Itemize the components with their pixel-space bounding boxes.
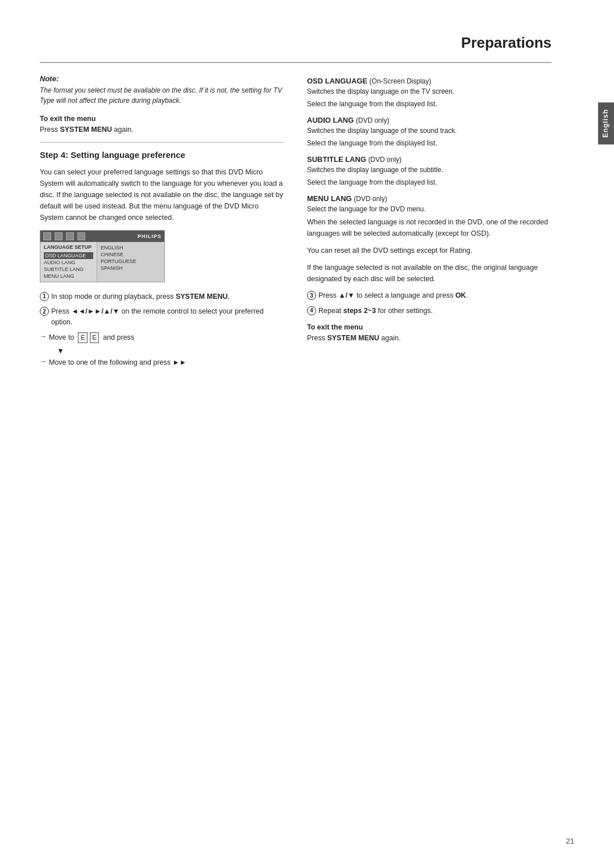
icon-E2: E [90, 332, 99, 343]
menu-item-osd: OSD LANGUAGE [44, 252, 93, 259]
osd-language-heading: OSD LANGUAGE (On-Screen Display) [307, 77, 551, 85]
step2-bold: ◄◄/►►/▲/▼ [71, 307, 119, 315]
move-to2-content: Move to one of the following and press ►… [49, 357, 186, 368]
step3-circle: 3 [307, 291, 316, 300]
step2-circle: 2 [40, 307, 49, 316]
menu-option-spanish: SPANISH [101, 265, 161, 272]
exit-menu-top-title: To exit the menu [40, 115, 284, 123]
note-text: The format you select must be available … [40, 85, 284, 106]
step3-item: 3 Press ▲/▼ to select a language and pre… [307, 290, 551, 301]
icon-E1: E [78, 332, 88, 343]
system-menu-bold-bottom: SYSTEM MENU [327, 334, 379, 342]
english-tab: English [598, 102, 614, 144]
ok-bold: OK [455, 291, 466, 299]
move-to-content: Move to E E and press [49, 332, 134, 343]
exit-menu-bottom-title: To exit the menu [307, 323, 551, 331]
menu-option-english: ENGLISH [101, 244, 161, 251]
step4-heading: Step 4: Setting language preference [40, 149, 284, 161]
section-separator [40, 142, 284, 143]
exit-menu-bottom-text: Press SYSTEM MENU again. [307, 332, 551, 344]
down-arrow-indicator: ▼ [57, 347, 284, 355]
title-underline [40, 62, 551, 63]
step1-item: 1 In stop mode or during playback, press… [40, 291, 284, 302]
step4-item: 4 Repeat steps 2~3 for other settings. [307, 306, 551, 316]
menu-icon-3 [66, 232, 74, 240]
subtitle-lang-heading: SUBTITLE LANG (DVD only) [307, 155, 551, 164]
two-col-layout: Note: The format you select must be avai… [40, 74, 551, 372]
step2-item: 2 Press ◄◄/►►/▲/▼ on the remote control … [40, 306, 284, 328]
system-menu-bold-top: SYSTEM MENU [60, 126, 112, 133]
step2-content: Press ◄◄/►►/▲/▼ on the remote control to… [51, 306, 284, 328]
step4-content: Repeat steps 2~3 for other settings. [318, 306, 433, 316]
osd-desc2: Select the language from the displayed l… [307, 99, 551, 109]
step4-circle: 4 [307, 306, 316, 315]
menu-left-panel: LANGUAGE SETUP OSD LANGUAGE AUDIO LANG S… [40, 242, 97, 282]
menu-item-menu: MENU LANG [44, 273, 93, 279]
exit-menu-top-text: Press SYSTEM MENU again. [40, 124, 284, 135]
note-title: Note: [40, 74, 284, 83]
note-box: Note: The format you select must be avai… [40, 74, 284, 106]
right-para1: When the selected language is not record… [307, 216, 551, 239]
osd-desc1: Switches the display language on the TV … [307, 86, 551, 97]
step3-content: Press ▲/▼ to select a language and press… [318, 290, 468, 301]
step4-body: You can select your preferred language s… [40, 166, 284, 223]
move-to2-arrow-item: → Move to one of the following and press… [40, 357, 284, 368]
menu-icon-1 [43, 232, 51, 240]
menu-lang-desc: Select the language for the DVD menu. [307, 204, 551, 214]
page-number: 21 [566, 837, 574, 845]
subtitle-desc1: Switches the display language of the sub… [307, 165, 551, 175]
menu-philips-logo: PHILIPS [138, 233, 161, 239]
page-container: English Preparations Note: The format yo… [0, 0, 614, 868]
step1-content: In stop mode or during playback, press S… [51, 291, 230, 302]
system-menu-bold-s1: SYSTEM MENU [176, 293, 228, 301]
menu-option-chinese: CHINESE [101, 251, 161, 258]
right-para2: You can reset all the DVD settings excep… [307, 245, 551, 256]
menu-lang-heading: MENU LANG (DVD only) [307, 194, 551, 203]
arrow-right-1: → [40, 332, 47, 340]
fast-fwd-bold: ►► [173, 358, 187, 366]
move-to-arrow-item: → Move to E E and press [40, 332, 284, 343]
menu-icon-4 [77, 232, 85, 240]
step1-circle: 1 [40, 292, 49, 301]
menu-right-panel: ENGLISH CHINESE PORTUGUESE SPANISH [97, 242, 164, 282]
menu-screenshot: PHILIPS LANGUAGE SETUP OSD LANGUAGE AUDI… [40, 230, 165, 282]
steps-bold: steps 2~3 [343, 307, 376, 315]
audio-lang-heading: AUDIO LANG (DVD only) [307, 116, 551, 124]
menu-item-audio: AUDIO LANG [44, 259, 93, 266]
menu-option-portuguese: PORTUGUESE [101, 258, 161, 265]
left-column: Note: The format you select must be avai… [40, 74, 284, 372]
right-para3: If the language selected is not availabl… [307, 262, 551, 285]
right-column: OSD LANGUAGE (On-Screen Display) Switche… [307, 74, 551, 372]
menu-header: PHILIPS [40, 231, 164, 242]
menu-body: LANGUAGE SETUP OSD LANGUAGE AUDIO LANG S… [40, 242, 164, 282]
menu-icon-2 [55, 232, 63, 240]
page-title: Preparations [40, 34, 574, 52]
subtitle-desc2: Select the language from the displayed l… [307, 177, 551, 187]
menu-section-title: LANGUAGE SETUP [44, 244, 93, 250]
menu-item-subtitle: SUBTITLE LANG [44, 266, 93, 273]
audio-desc2: Select the language from the displayed l… [307, 138, 551, 148]
arrow-right-2: → [40, 357, 47, 365]
audio-desc1: Switches the display language of the sou… [307, 126, 551, 136]
